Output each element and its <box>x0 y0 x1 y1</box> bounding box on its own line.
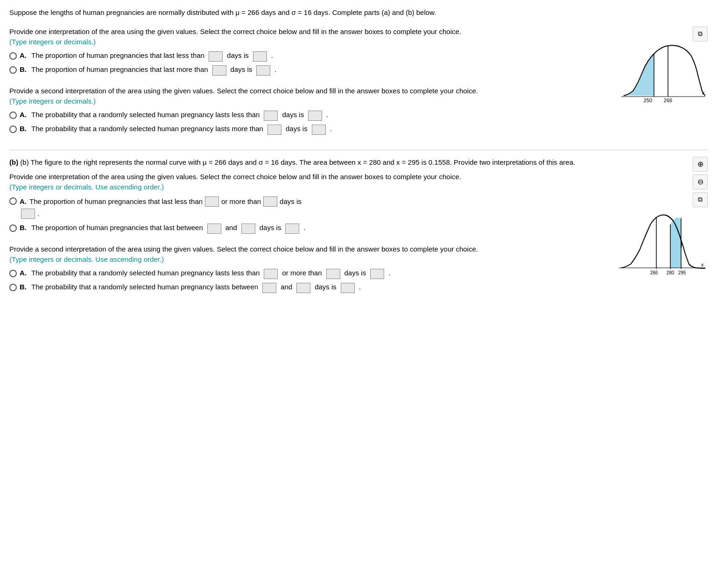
choice-b1-label: B. <box>20 65 27 73</box>
graph1-x-label: x <box>702 90 705 96</box>
zoom-in-btn[interactable]: ⊕ <box>693 157 708 172</box>
choice-a1-label: A. <box>20 51 27 59</box>
part-b-instruction1: Provide one interpretation of the area u… <box>9 172 610 182</box>
choice-a3-or: or more than <box>221 197 261 205</box>
graph1-container: 250 266 x <box>619 44 708 106</box>
graph2-label-280: 280 <box>667 270 675 275</box>
answer-box-b2-prob[interactable] <box>312 125 326 135</box>
choice-b2-label: B. <box>20 125 27 133</box>
choice-b1-text1: The proportion of human pregnancies that… <box>31 65 208 73</box>
zoom-out-btn[interactable]: ⊖ <box>693 175 708 189</box>
choice-b3-period: . <box>303 224 305 231</box>
choice-a3-text2: days is <box>280 197 302 205</box>
answer-box-b2-days[interactable] <box>267 125 281 135</box>
part-b-header-text: (b) The figure to the right represents t… <box>20 158 575 166</box>
part-a-type1: (Type integers or decimals.) <box>9 37 610 48</box>
choice-b3-row: B. The proportion of human pregnancies t… <box>9 224 610 234</box>
graph2-x-label: x <box>701 262 704 267</box>
choice-a3-row: A. The proportion of human pregnancies t… <box>9 196 610 219</box>
graph2-col: ⊕ ⊖ ⧉ <box>614 157 708 280</box>
section-divider <box>9 150 708 150</box>
graph1-buttons: ⧉ <box>693 27 708 42</box>
choice-b4-row: B. The probability that a randomly selec… <box>9 283 610 293</box>
answer-box-b4-days1[interactable] <box>262 283 276 293</box>
answer-box-a3-days2[interactable] <box>263 196 277 207</box>
answer-box-a1-days[interactable] <box>209 51 223 62</box>
answer-box-a4-days1[interactable] <box>264 269 278 279</box>
radio-b1[interactable] <box>9 66 17 74</box>
choice-b2-text1: The probability that a randomly selected… <box>31 125 263 133</box>
answer-box-b3-days1[interactable] <box>207 224 221 234</box>
choice-a2-row: A. The probability that a randomly selec… <box>9 111 610 121</box>
part-b-bold: (b) <box>9 158 18 166</box>
choice-a2-label: A. <box>20 111 27 119</box>
choice-a2-text2: days is <box>282 111 304 119</box>
part-b-instruction2: Provide a second interpretation of the a… <box>9 244 610 255</box>
choice-a1-text2: days is <box>227 51 249 59</box>
zoom-in-icon: ⊕ <box>697 160 703 168</box>
choice-b4-text2: days is <box>315 283 337 291</box>
choice-b1-row: B. The proportion of human pregnancies t… <box>9 65 610 76</box>
radio-b4[interactable] <box>9 284 17 291</box>
answer-box-a4-prob[interactable] <box>370 269 384 279</box>
choice-a3-line2: . <box>20 209 302 219</box>
answer-box-a4-days2[interactable] <box>326 269 340 279</box>
choice-b1-period: . <box>274 65 276 73</box>
graph2-container: 266 280 295 x <box>619 213 708 280</box>
graph1-label-266: 266 <box>664 98 672 103</box>
choice-b4-text1: The probability that a randomly selected… <box>31 283 258 291</box>
answer-box-b1-prob[interactable] <box>256 65 270 76</box>
choice-a4-or: or more than <box>282 269 322 277</box>
answer-box-a3-prob[interactable] <box>21 209 35 219</box>
expand-icon-2: ⧉ <box>698 196 703 203</box>
choice-a4-period: . <box>388 269 390 277</box>
answer-box-b3-days2[interactable] <box>241 224 255 234</box>
answer-box-a2-prob[interactable] <box>308 111 322 121</box>
choice-b2-row: B. The probability that a randomly selec… <box>9 125 610 135</box>
radio-a4[interactable] <box>9 270 17 277</box>
choice-a4-row: A. The probability that a randomly selec… <box>9 269 610 279</box>
answer-box-a2-days[interactable] <box>264 111 278 121</box>
choice-a1-row: A. The proportion of human pregnancies t… <box>9 51 610 62</box>
choice-b3-label: B. <box>20 224 27 231</box>
radio-a1[interactable] <box>9 52 17 60</box>
expand-btn-2[interactable]: ⧉ <box>693 192 708 207</box>
answer-box-b4-days2[interactable] <box>296 283 310 293</box>
answer-box-b1-days[interactable] <box>212 65 226 76</box>
answer-box-b4-prob[interactable] <box>341 283 355 293</box>
choice-a3-content: A. The proportion of human pregnancies t… <box>20 196 302 219</box>
choice-a4-text1: The probability that a randomly selected… <box>31 269 260 277</box>
answer-box-a1-prob[interactable] <box>253 51 267 62</box>
choice-a1-period: . <box>271 51 273 59</box>
graph2-label-266: 266 <box>650 270 658 275</box>
graph1-label-250: 250 <box>644 98 652 103</box>
radio-a2[interactable] <box>9 112 17 119</box>
part-b-header: (b) (b) The figure to the right represen… <box>9 157 610 168</box>
answer-box-b3-prob[interactable] <box>285 224 299 234</box>
choice-a3-text1: The proportion of human pregnancies that… <box>29 197 203 205</box>
choice-b3-and: and <box>225 224 237 231</box>
choice-b2-period: . <box>330 125 332 133</box>
graph2-label-295: 295 <box>678 270 686 275</box>
choice-b1-text2: days is <box>231 65 253 73</box>
graph1-svg: 250 266 x <box>619 44 705 105</box>
radio-b2[interactable] <box>9 126 17 133</box>
radio-b3[interactable] <box>9 224 17 232</box>
radio-a3[interactable] <box>9 197 17 205</box>
answer-box-a3-days1[interactable] <box>205 196 219 207</box>
choice-b3-text2: days is <box>260 224 281 231</box>
choice-a4-label: A. <box>20 269 27 277</box>
zoom-out-icon: ⊖ <box>697 177 703 186</box>
choice-b2-text2: days is <box>286 125 308 133</box>
graph1-col: ⧉ 250 <box>614 27 708 106</box>
graph2-buttons: ⊕ ⊖ ⧉ <box>693 157 708 207</box>
expand-btn-1[interactable]: ⧉ <box>693 27 708 42</box>
graph2-svg: 266 280 295 x <box>619 213 705 278</box>
choice-a2-text1: The probability that a randomly selected… <box>31 111 260 119</box>
choice-a4-text2: days is <box>344 269 366 277</box>
choice-a3-label: A. <box>20 197 27 205</box>
expand-icon-1: ⧉ <box>698 30 703 38</box>
choice-b3-text1: The proportion of human pregnancies that… <box>31 224 203 231</box>
choice-a3-period: . <box>37 210 39 217</box>
part-b-type1: (Type integers or decimals. Use ascendin… <box>9 182 610 193</box>
